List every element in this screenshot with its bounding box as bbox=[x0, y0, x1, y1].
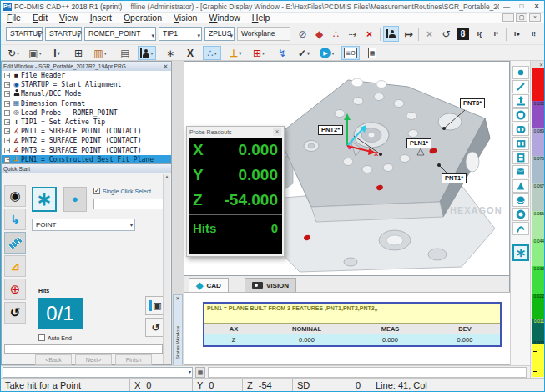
dot-hits-icon[interactable]: I⁝ bbox=[526, 26, 542, 42]
feature-label-pnt3[interactable]: PNT3* bbox=[460, 98, 485, 108]
square-slot-feature-icon[interactable] bbox=[512, 137, 529, 150]
tree-item-manual-dcc[interactable]: Manual/DCC Mode bbox=[2, 89, 171, 98]
point-cloud-icon[interactable]: ∴ bbox=[328, 26, 344, 42]
expand-icon[interactable] bbox=[4, 91, 10, 97]
command-preview-input[interactable] bbox=[4, 344, 163, 354]
single-click-option[interactable]: Single Click Select bbox=[93, 188, 151, 194]
menu-insert[interactable]: Insert bbox=[84, 13, 118, 23]
trim-icon[interactable]: × bbox=[361, 26, 377, 42]
comment-icon[interactable]: ▤ bbox=[116, 46, 134, 60]
probe-display-icon[interactable]: I▾ bbox=[48, 46, 66, 60]
edit-window-close-icon[interactable]: ✕ bbox=[162, 63, 169, 70]
probe-compensation-icon[interactable]: ⊘ bbox=[295, 26, 310, 42]
pointcloud-ops-icon[interactable]: ∴▾ bbox=[203, 46, 221, 60]
probe-tool-icon[interactable]: ◆ bbox=[311, 26, 327, 42]
report-window-icon[interactable]: ▦ bbox=[363, 46, 381, 60]
probe-readouts-header[interactable]: Probe Readouts ✕ bbox=[187, 127, 284, 138]
quick-feature-icon[interactable]: ↯ bbox=[273, 46, 291, 60]
feature-label-pln1[interactable]: PLN1* bbox=[406, 138, 431, 148]
dimension-result-table[interactable]: PLN1 = PLANE BUILT FROM 3 FEATURES ,PNT1… bbox=[203, 302, 502, 347]
hits-expand-icon[interactable]: I* bbox=[488, 26, 504, 42]
rotate-mode-button[interactable]: ↺ bbox=[4, 302, 26, 324]
feature-label-pnt2[interactable]: PNT2* bbox=[318, 125, 343, 135]
sphere-feature-icon[interactable] bbox=[512, 193, 529, 207]
translate-view-icon[interactable]: ⊞ bbox=[69, 46, 88, 60]
line-feature-icon[interactable] bbox=[512, 80, 529, 93]
alignment-combo[interactable]: STARTUP▾ bbox=[6, 27, 43, 41]
single-click-input[interactable] bbox=[93, 199, 165, 209]
probe-combo[interactable]: ROMER_POINT▾ bbox=[84, 27, 156, 41]
feature-type-combo[interactable]: POINT▾ bbox=[32, 219, 135, 231]
workplane-label-combo[interactable]: Workplane bbox=[237, 27, 290, 41]
point-feature-button[interactable]: ● bbox=[63, 187, 87, 212]
expand-icon[interactable] bbox=[4, 157, 10, 163]
target-mode-button[interactable]: ⊕ bbox=[4, 279, 26, 300]
tree-item-startup[interactable]: ◉STARTUP = Start Alignment bbox=[2, 80, 171, 89]
command-list-button[interactable]: ▦ bbox=[195, 367, 205, 378]
execute-check-icon[interactable]: ✓▾ bbox=[295, 46, 313, 60]
tree-item-pnt2[interactable]: ∡PNT2 = SURFACE POINT (CONTACT) bbox=[2, 136, 171, 145]
program-mode-icon[interactable]: 8 bbox=[455, 26, 471, 42]
ball-hits-icon[interactable]: I● bbox=[509, 26, 525, 42]
delete-hits-icon[interactable]: × bbox=[421, 26, 437, 42]
minimize-button[interactable]: — bbox=[499, 2, 514, 11]
expand-icon[interactable] bbox=[4, 119, 10, 125]
menu-window[interactable]: Window bbox=[203, 13, 245, 23]
rotate-view-icon[interactable]: ↻▾ bbox=[4, 46, 23, 60]
tree-item-file-header[interactable]: ■File Header bbox=[2, 71, 171, 80]
auto-end-checkbox[interactable] bbox=[38, 334, 45, 341]
tab-cad[interactable]: ◆ CAD bbox=[189, 278, 229, 292]
play-icon[interactable]: ▶▾ bbox=[318, 46, 336, 60]
report-doc-icon[interactable]: ▥▾ bbox=[91, 46, 109, 60]
maximize-button[interactable]: □ bbox=[514, 2, 529, 11]
curve-feature-icon[interactable] bbox=[512, 222, 529, 235]
status-window-close-icon[interactable]: ✕ bbox=[174, 295, 182, 301]
expand-icon[interactable] bbox=[4, 73, 10, 78]
tree-item-pnt1[interactable]: ∡PNT1 = SURFACE POINT (CONTACT) bbox=[2, 127, 171, 136]
menu-operation[interactable]: Operation bbox=[118, 13, 168, 23]
probe-readouts-window[interactable]: Probe Readouts ✕ X0.000 Y0.000 Z-54.000 … bbox=[186, 126, 285, 257]
auto-feature-button[interactable]: ∗ bbox=[32, 187, 57, 212]
tree-item-tip1[interactable]: !TIP1 = Set Active Tip bbox=[2, 118, 171, 127]
person-mode-icon[interactable]: ▾ bbox=[138, 46, 156, 60]
back-button[interactable]: <Back bbox=[35, 354, 72, 365]
tree-item-dimension-format[interactable]: ▦Dimension Format bbox=[2, 99, 171, 108]
workplane-combo[interactable]: ZPLUS▾ bbox=[204, 27, 235, 41]
close-button[interactable]: ✕ bbox=[529, 2, 544, 11]
expression-input[interactable] bbox=[208, 367, 527, 378]
expand-icon[interactable] bbox=[4, 148, 10, 153]
auto-end-option[interactable]: Auto End bbox=[38, 334, 72, 341]
auto-feature-star-button[interactable]: ∗ bbox=[512, 244, 529, 261]
menu-help[interactable]: Help bbox=[246, 13, 276, 23]
circle-feature-icon[interactable] bbox=[512, 108, 529, 122]
point-feature-icon[interactable] bbox=[512, 66, 529, 79]
menu-edit[interactable]: Edit bbox=[27, 13, 53, 23]
color-scale-close-icon[interactable]: ✕ bbox=[539, 62, 543, 68]
torus-feature-icon[interactable] bbox=[512, 208, 529, 221]
alignment2-combo[interactable]: STARTUP▾ bbox=[45, 27, 82, 41]
cylinder-feature-icon[interactable] bbox=[512, 165, 529, 178]
menu-file[interactable]: File bbox=[1, 13, 27, 23]
cone-feature-icon[interactable] bbox=[512, 179, 529, 193]
tree-item-load-probe[interactable]: ◎Load Probe - ROMER_POINT bbox=[2, 108, 171, 118]
expand-icon[interactable] bbox=[4, 128, 10, 134]
datum-icon[interactable]: ⊥▾ bbox=[226, 46, 245, 60]
notch-feature-icon[interactable] bbox=[512, 151, 529, 164]
next-button[interactable]: Next> bbox=[75, 354, 112, 365]
probe-mode-button[interactable]: ◉ bbox=[4, 185, 26, 207]
manual-mode-icon[interactable] bbox=[383, 26, 399, 42]
wand-icon[interactable]: ∗ bbox=[161, 46, 179, 60]
expand-icon[interactable] bbox=[4, 82, 10, 88]
finish-button[interactable]: Finish bbox=[115, 354, 152, 365]
scan-points-icon[interactable]: ⇢ bbox=[345, 26, 361, 42]
erase-hit-icon[interactable]: ↺ bbox=[438, 26, 454, 42]
mdi-minimize-button[interactable]: – bbox=[502, 13, 514, 22]
hits-collapse-icon[interactable]: I{ bbox=[472, 26, 487, 42]
mdi-restore-button[interactable]: ▢ bbox=[516, 13, 527, 22]
plane-feature-icon[interactable] bbox=[512, 94, 529, 108]
expand-icon[interactable] bbox=[4, 138, 10, 143]
menu-view[interactable]: View bbox=[53, 13, 84, 23]
dimension-mode-button[interactable]: ⊿ bbox=[4, 255, 26, 277]
alignment-mode-button[interactable]: ↳ bbox=[4, 209, 26, 230]
tip-combo[interactable]: TIP1▾ bbox=[159, 27, 202, 41]
